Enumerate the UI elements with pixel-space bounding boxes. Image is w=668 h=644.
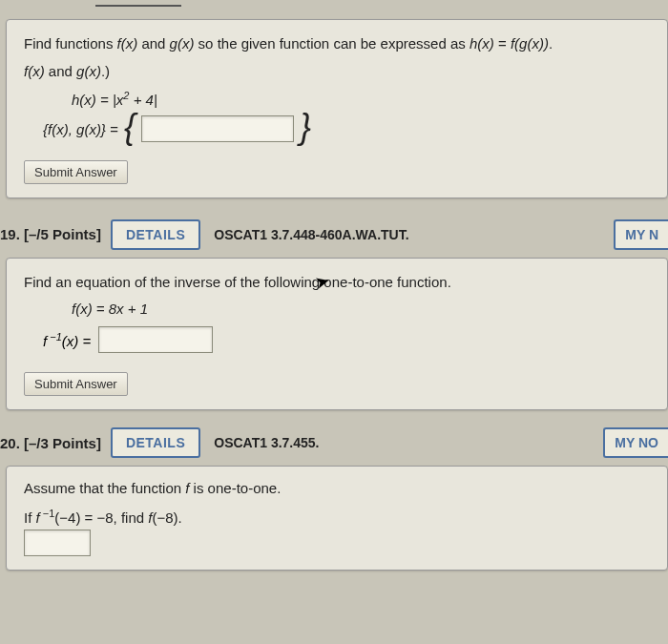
question-20-panel: Assume that the function f is one-to-one… (6, 466, 668, 571)
q19-prompt: Find an equation of the inverse of the f… (24, 272, 650, 294)
question-18-panel: Find functions f(x) and g(x) so the give… (6, 19, 668, 198)
my-notes-button[interactable]: MY NO (603, 427, 668, 458)
text: g(x) (76, 63, 101, 79)
fx: f(x) (117, 35, 138, 52)
q18-prompt: Find functions f(x) and g(x) so the give… (24, 33, 650, 55)
q19-formula: f(x) = 8x + 1 (72, 301, 650, 317)
top-divider (95, 4, 181, 7)
q20-prompt: Assume that the function f is one-to-one… (24, 480, 650, 496)
question-number: 20. [–/3 Points] (0, 435, 101, 451)
submit-button[interactable]: Submit Answer (24, 372, 128, 396)
details-button[interactable]: DETAILS (111, 219, 200, 250)
q18-answer-row: {f(x), g(x)} = { } (43, 115, 650, 143)
inverse-lhs: f −1(x) = (43, 331, 94, 349)
q20-find: If f −1(−4) = −8, find f(−8). (24, 508, 650, 526)
q19-answer-row: f −1(x) = (43, 326, 650, 353)
q18-formula: h(x) = |x2 + 4| (72, 90, 650, 108)
text: and (137, 35, 169, 52)
my-notes-button[interactable]: MY N (614, 219, 668, 250)
q18-answer-input[interactable] (141, 115, 294, 142)
text: and (45, 63, 76, 79)
q19-answer-input[interactable] (98, 326, 213, 353)
text: .) (101, 63, 110, 79)
hx: h(x) (470, 35, 494, 52)
brace-left-icon: { (124, 114, 136, 141)
question-19-panel: Find an equation of the inverse of the f… (6, 258, 668, 411)
q20-header: 20. [–/3 Points] DETAILS OSCAT1 3.7.455.… (0, 427, 668, 458)
question-number: 19. [–/5 Points] (0, 226, 101, 242)
text: f(x) (24, 63, 45, 79)
reference-label: OSCAT1 3.7.448-460A.WA.TUT. (214, 227, 408, 242)
details-button[interactable]: DETAILS (111, 427, 200, 458)
reference-label: OSCAT1 3.7.455. (214, 435, 319, 450)
text: so the given function can be expressed a… (194, 35, 470, 52)
gx: g(x) (170, 35, 195, 52)
submit-button[interactable]: Submit Answer (24, 160, 128, 184)
fgx: f(g(x)) (511, 35, 549, 52)
pair-lhs: {f(x), g(x)} = (43, 121, 122, 137)
q18-prompt-line2: f(x) and g(x).) (24, 61, 650, 83)
text: = (494, 35, 511, 52)
text: Find functions (24, 35, 117, 52)
q20-answer-input[interactable] (24, 530, 91, 556)
text: . (549, 35, 553, 52)
brace-right-icon: } (300, 114, 311, 141)
q19-header: 19. [–/5 Points] DETAILS OSCAT1 3.7.448-… (0, 219, 668, 250)
